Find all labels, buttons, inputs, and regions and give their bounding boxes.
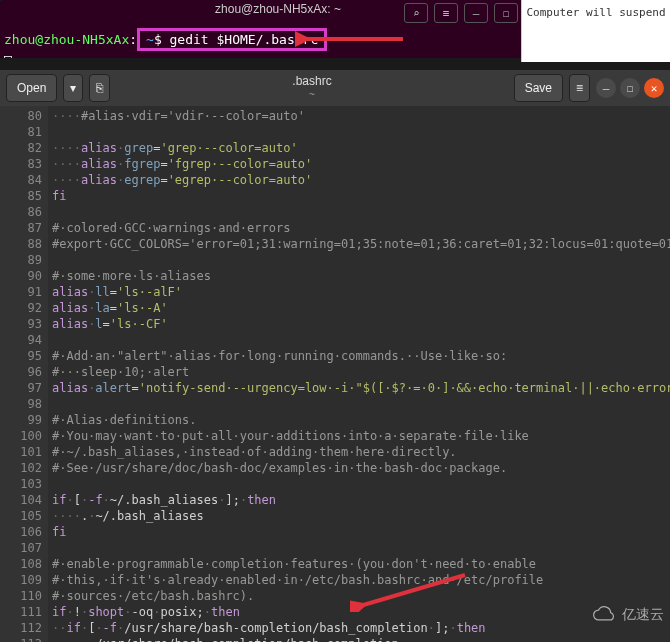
line-number: 103 [0,476,42,492]
code-line[interactable] [52,476,670,492]
window-controls: — ☐ ✕ [596,78,664,98]
editor-area: 8081828384858687888990919293949596979899… [0,106,670,642]
save-button[interactable]: Save [514,74,563,102]
line-number: 89 [0,252,42,268]
line-number: 85 [0,188,42,204]
open-dropdown-icon[interactable]: ▾ [63,74,83,102]
code-line[interactable]: ····.·~/.bash_aliases [52,508,670,524]
line-number: 100 [0,428,42,444]
code-line[interactable]: #···sleep·10;·alert [52,364,670,380]
line-number: 84 [0,172,42,188]
line-number: 83 [0,156,42,172]
code-line[interactable]: #·Alias·definitions. [52,412,670,428]
code-line[interactable]: ··if·[·-f·/usr/share/bash-completion/bas… [52,620,670,636]
gedit-window: Open ▾ ⎘ .bashrc ~ Save ≡ — ☐ ✕ 80818283… [0,70,670,642]
maximize-icon[interactable]: ☐ [494,3,518,23]
code-line[interactable]: ····alias·fgrep='fgrep·--color=auto' [52,156,670,172]
line-number: 113 [0,636,42,642]
code-line[interactable] [52,252,670,268]
notification-overlay: Computer will suspend [521,0,670,62]
command-highlight: ~$ gedit $HOME/.bashrc [137,28,327,51]
line-number: 90 [0,268,42,284]
line-number: 80 [0,108,42,124]
maximize-icon[interactable]: ☐ [620,78,640,98]
line-number: 81 [0,124,42,140]
line-number: 110 [0,588,42,604]
code-line[interactable]: #·See·/usr/share/doc/bash-doc/examples·i… [52,460,670,476]
line-number: 105 [0,508,42,524]
prompt-symbol: $ [154,32,170,47]
menu-icon[interactable]: ≡ [434,3,458,23]
line-number: 102 [0,460,42,476]
line-number: 95 [0,348,42,364]
watermark: 亿速云 [592,606,664,624]
code-line[interactable]: fi [52,188,670,204]
code-area[interactable]: ····#alias·vdir='vdir·--color=auto' ····… [48,106,670,642]
code-line[interactable]: #·some·more·ls·aliases [52,268,670,284]
code-line[interactable]: #·sources·/etc/bash.bashrc). [52,588,670,604]
line-number: 92 [0,300,42,316]
code-line[interactable]: #·Add·an·"alert"·alias·for·long·running·… [52,348,670,364]
gedit-title-main: .bashrc [292,74,331,88]
search-icon[interactable]: ⌕ [404,3,428,23]
code-line[interactable]: alias·la='ls·-A' [52,300,670,316]
code-line[interactable]: fi [52,524,670,540]
terminal-window: zhou@zhou-NH5xAx: ~ ⌕ ≡ — ☐ ✕ zhou@zhou-… [0,0,556,58]
line-number: 101 [0,444,42,460]
prompt-user: zhou@zhou-NH5xAx [4,32,129,47]
line-number: 106 [0,524,42,540]
gedit-title-sub: ~ [309,89,315,100]
line-number: 96 [0,364,42,380]
cursor-box: □ [4,51,12,58]
gedit-header: Open ▾ ⎘ .bashrc ~ Save ≡ — ☐ ✕ [0,70,670,106]
terminal-body[interactable]: zhou@zhou-NH5xAx:~$ gedit $HOME/.bashrc … [4,28,552,58]
line-number: 88 [0,236,42,252]
minimize-icon[interactable]: — [596,78,616,98]
cloud-icon [592,606,618,624]
line-number: 86 [0,204,42,220]
code-line[interactable] [52,396,670,412]
code-line[interactable]: ····#alias·vdir='vdir·--color=auto' [52,108,670,124]
line-number: 111 [0,604,42,620]
code-line[interactable]: ····alias·egrep='egrep·--color=auto' [52,172,670,188]
code-line[interactable]: alias·l='ls·-CF' [52,316,670,332]
line-number: 108 [0,556,42,572]
code-line[interactable] [52,332,670,348]
prompt-path: ~ [146,32,154,47]
overlay-text: Computer will suspend [526,6,665,19]
gedit-title: .bashrc ~ [116,75,507,101]
code-line[interactable] [52,540,670,556]
code-line[interactable]: #·colored·GCC·warnings·and·errors [52,220,670,236]
line-number: 82 [0,140,42,156]
code-line[interactable]: if·[·-f·~/.bash_aliases·];·then [52,492,670,508]
line-number: 91 [0,284,42,300]
code-line[interactable]: alias·ll='ls·-alF' [52,284,670,300]
code-line[interactable] [52,124,670,140]
line-number: 93 [0,316,42,332]
watermark-text: 亿速云 [622,606,664,624]
line-number: 94 [0,332,42,348]
code-line[interactable] [52,204,670,220]
minimize-icon[interactable]: — [464,3,488,23]
line-number: 98 [0,396,42,412]
command-text: gedit $HOME/.bashrc [170,32,319,47]
line-number: 107 [0,540,42,556]
hamburger-menu-icon[interactable]: ≡ [569,74,590,102]
code-line[interactable]: ····alias·grep='grep·--color=auto' [52,140,670,156]
code-line[interactable]: if·!·shopt·-oq·posix;·then [52,604,670,620]
code-line[interactable]: #·this,·if·it's·already·enabled·in·/etc/… [52,572,670,588]
code-line[interactable]: ····.·/usr/share/bash-completion/bash_co… [52,636,670,642]
code-line[interactable]: #export·GCC_COLORS='error=01;31:warning=… [52,236,670,252]
code-line[interactable]: #·You·may·want·to·put·all·your·additions… [52,428,670,444]
code-line[interactable]: #·~/.bash_aliases,·instead·of·adding·the… [52,444,670,460]
line-number: 104 [0,492,42,508]
prompt-sep: : [129,32,137,47]
line-number-gutter: 8081828384858687888990919293949596979899… [0,106,48,642]
close-icon[interactable]: ✕ [644,78,664,98]
code-line[interactable]: #·enable·programmable·completion·feature… [52,556,670,572]
code-line[interactable]: alias·alert='notify-send·--urgency=low·-… [52,380,670,396]
line-number: 99 [0,412,42,428]
new-tab-icon[interactable]: ⎘ [89,74,110,102]
open-button[interactable]: Open [6,74,57,102]
line-number: 112 [0,620,42,636]
